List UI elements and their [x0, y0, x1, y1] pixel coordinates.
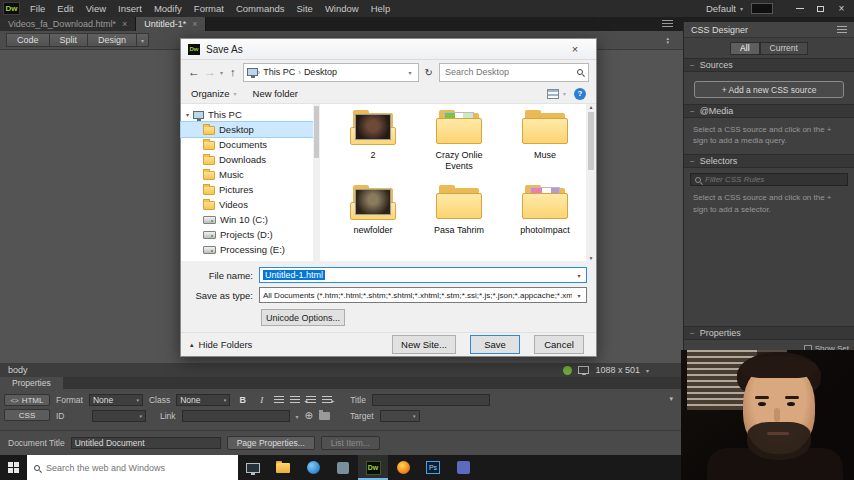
- menu-window[interactable]: Window: [319, 3, 365, 14]
- save-type-field[interactable]: All Documents (*.htm;*.html;*.shtm;*.sht…: [259, 287, 587, 303]
- menu-edit[interactable]: Edit: [51, 3, 79, 14]
- file-item-newfolder[interactable]: newfolder: [330, 185, 416, 260]
- file-item-photoimpact[interactable]: photoImpact: [502, 185, 588, 260]
- tree-item-music[interactable]: Music: [181, 167, 313, 182]
- link-input[interactable]: [182, 410, 290, 422]
- menu-format[interactable]: Format: [188, 3, 230, 14]
- tree-item-videos[interactable]: Videos: [181, 197, 313, 212]
- toolbar-expand-icon[interactable]: ▴▾: [666, 36, 669, 44]
- chevron-down-icon[interactable]: ▾: [572, 288, 586, 302]
- taskbar-icon-firefox[interactable]: [388, 455, 418, 480]
- chevron-down-icon[interactable]: ▾: [296, 413, 299, 420]
- selectors-section-header[interactable]: − Selectors: [684, 154, 854, 168]
- taskbar-icon-computer[interactable]: [238, 455, 268, 480]
- close-app-button[interactable]: ×: [831, 1, 852, 16]
- scroll-down-icon[interactable]: ▼: [589, 255, 594, 261]
- split-view-button[interactable]: Split: [49, 33, 88, 47]
- help-icon[interactable]: ?: [574, 88, 586, 100]
- new-site-button[interactable]: New Site...: [392, 335, 456, 354]
- menu-file[interactable]: File: [24, 3, 51, 14]
- css-properties-section-header[interactable]: − Properties: [684, 326, 854, 340]
- menu-help[interactable]: Help: [365, 3, 397, 14]
- new-folder-button[interactable]: New folder: [253, 88, 298, 99]
- change-view-button[interactable]: ▾: [547, 89, 566, 99]
- dialog-search-input[interactable]: [445, 67, 573, 77]
- hide-folders-button[interactable]: ▴ Hide Folders: [190, 339, 252, 350]
- breadcrumb-desktop[interactable]: Desktop: [301, 67, 340, 77]
- media-section-header[interactable]: − @Media: [684, 104, 854, 118]
- class-dropdown[interactable]: None ▾: [176, 394, 230, 406]
- file-list-scrollbar[interactable]: ▲ ▼: [586, 104, 596, 261]
- menu-modify[interactable]: Modify: [148, 3, 188, 14]
- code-view-button[interactable]: Code: [6, 33, 49, 47]
- tab-untitled-1[interactable]: Untitled-1* ×: [136, 17, 206, 31]
- tag-selector-body[interactable]: body: [8, 365, 28, 375]
- panel-menu-icon[interactable]: [662, 20, 673, 28]
- organize-button[interactable]: Organize ▾: [191, 88, 237, 99]
- save-button[interactable]: Save: [470, 335, 520, 354]
- taskbar-icon-app-violet[interactable]: [448, 455, 478, 480]
- panel-options-icon[interactable]: [837, 26, 847, 33]
- start-button[interactable]: [0, 455, 27, 480]
- tab-videos-fa-download[interactable]: Videos_fa_Download.html* ×: [0, 17, 136, 31]
- chevron-down-icon[interactable]: ▾: [572, 268, 586, 282]
- tree-item-downloads[interactable]: Downloads: [181, 152, 313, 167]
- taskbar-search-field[interactable]: [27, 455, 238, 480]
- file-item-2[interactable]: 2: [330, 110, 416, 185]
- taskbar-icon-file-explorer[interactable]: [268, 455, 298, 480]
- dialog-search-field[interactable]: [439, 63, 589, 82]
- breadcrumb-dropdown-icon[interactable]: ▾: [406, 69, 415, 76]
- recent-locations-icon[interactable]: ▾: [220, 69, 223, 76]
- tree-item-this-pc[interactable]: ▾ This PC: [181, 107, 313, 122]
- css-designer-tab[interactable]: CSS Designer: [684, 22, 854, 38]
- file-item-muse[interactable]: Muse: [502, 110, 588, 185]
- scroll-up-icon[interactable]: ▲: [589, 104, 594, 110]
- point-to-file-icon[interactable]: ⊕: [305, 411, 313, 421]
- title-input[interactable]: [372, 394, 490, 406]
- add-css-source-button[interactable]: + Add a new CSS source: [694, 81, 844, 98]
- tab-close-icon[interactable]: ×: [122, 20, 127, 29]
- html-mode-button[interactable]: <> HTML: [4, 394, 50, 406]
- design-view-button[interactable]: Design: [87, 33, 136, 47]
- document-title-input[interactable]: [71, 437, 221, 449]
- breadcrumb[interactable]: › This PC › Desktop ▾: [243, 63, 419, 82]
- tree-scrollbar[interactable]: [313, 104, 320, 261]
- device-preview-icon[interactable]: [578, 366, 589, 374]
- list-item-button[interactable]: List Item...: [321, 436, 380, 450]
- minimize-button[interactable]: [789, 1, 810, 16]
- browse-file-folder-icon[interactable]: [319, 412, 330, 420]
- file-item-crazy-onlie-events[interactable]: Crazy Onlie Events: [416, 110, 502, 185]
- id-dropdown[interactable]: ▾: [92, 410, 146, 422]
- window-size-value[interactable]: 1088 x 501: [595, 365, 640, 375]
- refresh-icon[interactable]: ↻: [425, 67, 433, 78]
- taskbar-search-input[interactable]: [46, 463, 231, 473]
- chevron-down-icon[interactable]: ▾: [646, 367, 649, 374]
- taskbar-icon-app-blue[interactable]: [298, 455, 328, 480]
- cancel-button[interactable]: Cancel: [534, 335, 584, 354]
- maximize-button[interactable]: [810, 1, 831, 16]
- back-button[interactable]: ←: [188, 65, 200, 79]
- tree-item-projects-d[interactable]: Projects (D:): [181, 227, 313, 242]
- up-button[interactable]: ↑: [230, 66, 236, 78]
- tree-item-documents[interactable]: Documents: [181, 137, 313, 152]
- css-all-tab[interactable]: All: [730, 42, 759, 55]
- workspace-switcher[interactable]: Default ▾: [698, 3, 751, 14]
- unicode-options-button[interactable]: Unicode Options...: [261, 309, 345, 326]
- tree-item-win10-c[interactable]: Win 10 (C:): [181, 212, 313, 227]
- italic-button[interactable]: I: [255, 394, 268, 406]
- properties-tab[interactable]: Properties: [0, 377, 63, 389]
- bold-button[interactable]: B: [236, 394, 249, 406]
- page-properties-button[interactable]: Page Properties...: [227, 436, 315, 450]
- css-filter-field[interactable]: [690, 173, 848, 186]
- forward-button[interactable]: →: [204, 65, 216, 79]
- tree-item-processing-e[interactable]: Processing (E:): [181, 242, 313, 257]
- taskbar-icon-dreamweaver[interactable]: Dw: [358, 455, 388, 480]
- menu-site[interactable]: Site: [291, 3, 319, 14]
- outdent-icon[interactable]: ◂: [306, 396, 316, 405]
- creative-cloud-icon[interactable]: [751, 3, 773, 14]
- tree-item-desktop[interactable]: Desktop: [181, 122, 313, 137]
- ordered-list-icon[interactable]: [290, 396, 300, 405]
- tab-close-icon[interactable]: ×: [192, 20, 197, 29]
- tree-item-pictures[interactable]: Pictures: [181, 182, 313, 197]
- file-name-field[interactable]: Untitled-1.html ▾: [259, 267, 587, 283]
